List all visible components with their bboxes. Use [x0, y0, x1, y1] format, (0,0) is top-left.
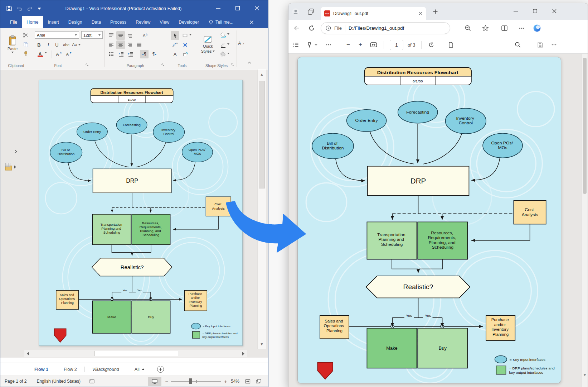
zoom-in-button[interactable]: + — [224, 378, 227, 384]
shape-effects-icon[interactable] — [219, 50, 227, 58]
node-sales-operations[interactable]: Sales and Operations Planning — [56, 290, 79, 309]
scroll-up-icon[interactable]: ▲ — [258, 72, 266, 76]
node-title-banner[interactable]: Distribution Resources Flowchart 6/1/00 — [91, 89, 173, 103]
strikethrough-button[interactable]: abc — [62, 40, 71, 49]
font-color-dropdown-icon[interactable] — [45, 52, 47, 53]
format-painter-icon[interactable] — [23, 51, 29, 57]
tab-design[interactable]: Design — [64, 16, 87, 28]
align-bottom-icon[interactable] — [126, 31, 134, 40]
tab-home[interactable]: Home — [22, 16, 43, 28]
tab-developer[interactable]: Developer — [174, 16, 204, 28]
fill-color-icon[interactable] — [219, 30, 227, 39]
font-dialog-launcher-icon[interactable] — [86, 63, 89, 67]
copilot-icon[interactable] — [533, 24, 541, 32]
node-purchase-inventory[interactable]: Purchase and/or Inventory Planning — [185, 290, 207, 311]
node-resources-requirements[interactable]: Resources, Requirements, Planning, and S… — [132, 214, 170, 245]
align-center-icon[interactable] — [116, 40, 125, 49]
node-open-pos-mos[interactable]: Open POs/ MOs — [182, 142, 213, 162]
node-transportation-planning[interactable]: Transportation Planning and Scheduling — [92, 214, 131, 245]
pdf-zoom-in-button[interactable]: + — [359, 41, 362, 48]
annotation-more-icon[interactable] — [326, 42, 331, 48]
node-sales-operations[interactable]: Sales and Operations Planning — [320, 315, 349, 339]
italic-button[interactable]: I — [44, 40, 53, 49]
horizontal-scrollbar[interactable] — [24, 350, 247, 357]
node-transportation-planning[interactable]: Transportation Planning and Scheduling — [367, 222, 417, 259]
draw-pen-icon[interactable] — [306, 42, 318, 48]
node-forecasting[interactable]: Forecasting — [116, 116, 147, 134]
horizontal-scroll-thumb[interactable] — [94, 351, 179, 356]
browser-tab[interactable]: PDF Drawing1_out.pdf — [321, 7, 426, 20]
rotate-icon[interactable] — [428, 42, 434, 48]
page-view-icon[interactable] — [448, 42, 454, 48]
text-tool-button[interactable]: A — [171, 50, 179, 58]
red-marker-shape[interactable] — [317, 362, 333, 379]
rectangle-tool-dropdown-icon[interactable] — [189, 34, 191, 35]
pen-dropdown-chevron-icon[interactable] — [314, 43, 318, 47]
pdf-scrollbar[interactable]: ▼ — [582, 54, 588, 387]
zoom-slider[interactable] — [171, 381, 221, 382]
align-left-icon[interactable] — [107, 40, 116, 49]
refresh-icon[interactable] — [308, 25, 315, 32]
pdf-more-icon[interactable] — [551, 42, 557, 48]
pdf-page[interactable]: Distribution Resources Flowchart 6/1/00 … — [297, 57, 561, 383]
font-size-select[interactable]: 12pt. — [81, 31, 103, 39]
maximize-button[interactable] — [533, 9, 538, 15]
fit-page-to-window-icon[interactable] — [242, 377, 253, 386]
collapse-ribbon-icon[interactable] — [247, 61, 252, 64]
page-tab-flow1[interactable]: Flow 1 — [27, 363, 56, 376]
profile-avatar-icon[interactable] — [291, 8, 300, 16]
font-name-select[interactable]: Arial — [35, 31, 79, 39]
paste-button[interactable]: Paste — [4, 30, 21, 58]
pdf-scroll-down-icon[interactable]: ▼ — [582, 373, 588, 377]
node-cost-analysis[interactable]: Cost Analysis — [514, 200, 546, 224]
node-drp[interactable]: DRP — [93, 169, 171, 193]
fit-to-width-icon[interactable] — [370, 42, 377, 48]
page-number-input[interactable]: 1 — [390, 40, 403, 50]
underline-button[interactable]: U — [53, 40, 61, 49]
zoom-out-button[interactable]: − — [165, 378, 168, 384]
page-tab-all[interactable]: All — [127, 363, 152, 376]
tell-me-box[interactable]: Tell me... — [206, 16, 235, 28]
node-make[interactable]: Make — [92, 301, 131, 333]
undo-icon[interactable] — [16, 5, 23, 11]
scroll-down-icon[interactable]: ▼ — [258, 342, 266, 346]
node-purchase-inventory[interactable]: Purchase and/or Inventory Planning — [486, 315, 515, 340]
line-color-dropdown-icon[interactable] — [227, 43, 229, 45]
save-icon[interactable] — [537, 42, 543, 48]
minimize-button[interactable] — [513, 9, 518, 15]
justify-icon[interactable] — [135, 40, 144, 49]
shape-styles-dialog-launcher-icon[interactable] — [231, 63, 234, 67]
minimize-button[interactable] — [214, 4, 223, 13]
node-buy[interactable]: Buy — [132, 301, 170, 333]
shape-effects-dropdown-icon[interactable] — [227, 53, 229, 54]
tab-view[interactable]: View — [155, 16, 174, 28]
cut-icon[interactable] — [23, 32, 29, 38]
node-realistic[interactable]: Realistic? — [366, 276, 470, 298]
node-buy[interactable]: Buy — [418, 328, 467, 368]
node-open-pos-mos[interactable]: Open POs/ MOs — [483, 133, 523, 158]
table-of-contents-icon[interactable] — [293, 42, 299, 48]
tab-file[interactable]: File — [5, 16, 22, 28]
save-icon[interactable] — [6, 5, 12, 11]
node-drp[interactable]: DRP — [368, 166, 469, 196]
paragraph-dialog-launcher-icon[interactable] — [161, 63, 165, 67]
ltr-direction-button[interactable]: ▸¶ — [140, 50, 149, 58]
node-inventory-control[interactable]: Inventory Control — [153, 122, 185, 143]
connector-tool-icon[interactable] — [171, 40, 179, 49]
tab-process[interactable]: Process — [106, 16, 131, 28]
presentation-mode-icon[interactable] — [148, 377, 161, 386]
zoom-level[interactable]: 54% — [231, 379, 239, 384]
node-bill-of-distribution[interactable]: Bill of Distribution — [50, 142, 82, 163]
favorites-star-icon[interactable] — [482, 25, 489, 32]
back-icon[interactable] — [293, 25, 300, 32]
pointer-tool-icon[interactable] — [171, 31, 179, 40]
node-bill-of-distribution[interactable]: Bill of Distribution — [312, 133, 354, 159]
line-color-icon[interactable] — [219, 40, 227, 49]
workspaces-icon[interactable] — [307, 8, 314, 15]
split-screen-icon[interactable] — [501, 25, 508, 32]
quick-styles-button[interactable]: Quick Styles — [199, 30, 217, 58]
page-tab-vbackground[interactable]: VBackground — [85, 363, 127, 376]
tab-close-icon[interactable] — [419, 11, 423, 15]
node-forecasting[interactable]: Forecasting — [398, 101, 438, 123]
decrease-indent-icon[interactable] — [117, 50, 126, 58]
